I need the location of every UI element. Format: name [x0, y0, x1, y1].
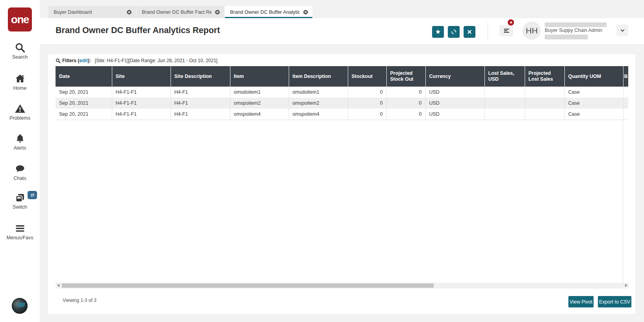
tab-buyer-dashboard[interactable]: Buyer Dashboard: [48, 6, 136, 18]
table-cell: [484, 98, 525, 109]
close-report-button[interactable]: [464, 26, 475, 38]
filters-summary: [Site: H4-F1-F1][Date Range: Jun 28, 202…: [95, 58, 218, 63]
redacted-user-org: [545, 35, 588, 39]
search-icon: [15, 42, 26, 53]
table-row[interactable]: Sep 20, 2021H4-F1-F1H4-F1omsdoitem1omsdo…: [56, 87, 628, 98]
horizontal-scrollbar[interactable]: [56, 283, 629, 289]
table-cell: H4-F1-F1: [112, 87, 171, 98]
scroll-right-arrow[interactable]: [625, 284, 627, 287]
filters-bar: Filters (edit): [Site: H4-F1-F1][Date Ra…: [56, 57, 217, 64]
favorite-button[interactable]: [432, 26, 444, 38]
column-header[interactable]: Stockout: [348, 66, 386, 87]
column-header[interactable]: Currency: [425, 66, 484, 87]
table-cell: Case: [564, 87, 623, 98]
profile-avatar[interactable]: [12, 298, 28, 314]
view-pivot-button[interactable]: View Pivot: [568, 296, 594, 307]
table-cell: Sep 20, 2021: [56, 87, 112, 98]
bell-icon: [15, 133, 26, 144]
warning-icon: [15, 103, 26, 114]
scrollbar-thumb[interactable]: [62, 283, 434, 288]
table-header-row: DateSiteSite DescriptionItemItem Descrip…: [56, 66, 628, 87]
sidebar-item-home[interactable]: Home: [0, 73, 40, 91]
column-header[interactable]: Item: [230, 66, 289, 87]
table-cell: [623, 109, 628, 120]
table-cell: Case: [564, 109, 623, 120]
close-icon: [466, 29, 473, 35]
viewing-status: Viewing 1-3 of 3: [63, 298, 97, 303]
table-row[interactable]: Sep 20, 2021H4-F1-F1H4-F1omspoitem4omspo…: [56, 109, 628, 120]
sidebar-item-label: Alerts: [0, 145, 40, 151]
tab-buffer-fact-report[interactable]: Brand Owner DC Buffer Fact Rep...: [137, 6, 224, 18]
sidebar-item-search[interactable]: Search: [0, 42, 40, 60]
hamburger-icon: [15, 223, 26, 234]
table-cell: Sep 20, 2021: [56, 98, 112, 109]
notifications-menu-button[interactable]: [499, 25, 513, 36]
column-header[interactable]: Projected Lost Sales: [525, 66, 564, 87]
table-cell: 0: [386, 87, 425, 98]
badge-star-icon: [509, 20, 513, 25]
table-cell: 0: [348, 98, 386, 109]
one-logo[interactable]: one: [8, 7, 32, 31]
sidebar-item-menus-favs[interactable]: Menus/Favs: [0, 223, 40, 241]
tab-close-icon[interactable]: [215, 9, 220, 15]
page-header: Brand Owner DC Buffer Analytics Report: [40, 18, 644, 44]
table-cell: [525, 87, 564, 98]
star-icon: [435, 29, 441, 35]
sidebar-item-alerts[interactable]: Alerts: [0, 133, 40, 151]
page-title: Brand Owner DC Buffer Analytics Report: [56, 26, 220, 35]
table-cell: USD: [425, 109, 484, 120]
table-cell: USD: [425, 98, 484, 109]
sidebar-item-chats[interactable]: Chats: [0, 163, 40, 181]
table-cell: USD: [425, 87, 484, 98]
user-initials: HH: [526, 26, 538, 35]
sidebar-item-label: Home: [0, 85, 40, 91]
column-header[interactable]: Site: [112, 66, 171, 87]
sidebar-item-label: Search: [0, 54, 40, 60]
table-cell: H4-F1-F1: [112, 98, 171, 109]
report-table: DateSiteSite DescriptionItemItem Descrip…: [56, 66, 628, 120]
table-body: Sep 20, 2021H4-F1-F1H4-F1omsdoitem1omsdo…: [56, 87, 628, 120]
table-row[interactable]: Sep 20, 2021H4-F1-F1H4-F1omspoitem2omspo…: [56, 98, 628, 109]
column-header[interactable]: Date: [56, 66, 112, 87]
user-avatar[interactable]: HH: [523, 22, 541, 40]
column-header[interactable]: Item Description: [289, 66, 348, 87]
filters-label-suffix: ):: [88, 58, 91, 63]
tab-buffer-analytics-report[interactable]: Brand Owner DC Buffer Analytic...: [225, 6, 312, 18]
user-menu-button[interactable]: [616, 24, 628, 36]
table-cell: H4-F1-F1: [112, 109, 171, 120]
filter-search-icon: [56, 58, 61, 63]
sidebar-item-label: Chats: [0, 176, 40, 181]
table-cell: [525, 98, 564, 109]
table-cell: Sep 20, 2021: [56, 109, 112, 120]
sidebar: one Search Home Problems: [0, 0, 40, 322]
column-header[interactable]: B: [623, 66, 628, 87]
report-card: Filters (edit): [Site: H4-F1-F1][Date Ra…: [48, 54, 635, 314]
switch-env-badge[interactable]: [28, 191, 37, 199]
table-cell: 0: [386, 98, 425, 109]
table-cell: 0: [386, 109, 425, 120]
column-header[interactable]: Lost Sales, USD: [484, 66, 525, 87]
export-csv-button[interactable]: Export to CSV: [598, 296, 631, 307]
table-cell: 0: [348, 87, 386, 98]
home-icon: [15, 73, 26, 84]
tab-label: Brand Owner DC Buffer Fact Rep...: [142, 9, 212, 15]
table-cell: H4-F1: [171, 98, 230, 109]
sidebar-item-problems[interactable]: Problems: [0, 103, 40, 121]
filters-edit-link[interactable]: edit: [79, 58, 87, 63]
table-cell: 0: [348, 109, 386, 120]
table-head: DateSiteSite DescriptionItemItem Descrip…: [56, 66, 628, 87]
filters-label: Filters (: [62, 58, 79, 63]
notification-badge: [507, 19, 515, 26]
table-cell: omsdoitem1: [289, 87, 348, 98]
scroll-left-arrow[interactable]: [57, 284, 59, 287]
table-cell: H4-F1: [171, 109, 230, 120]
table-cell: omspoitem2: [230, 98, 289, 109]
column-header[interactable]: Quantity UOM: [564, 66, 623, 87]
column-header[interactable]: Site Description: [171, 66, 230, 87]
column-header[interactable]: Projected Stock Out: [386, 66, 425, 87]
tab-close-icon[interactable]: [303, 9, 308, 15]
table-cell: [623, 87, 628, 98]
refresh-button[interactable]: [448, 26, 460, 38]
tab-bar: Buyer Dashboard Brand Owner DC Buffer Fa…: [48, 6, 312, 18]
tab-close-icon[interactable]: [126, 9, 132, 15]
